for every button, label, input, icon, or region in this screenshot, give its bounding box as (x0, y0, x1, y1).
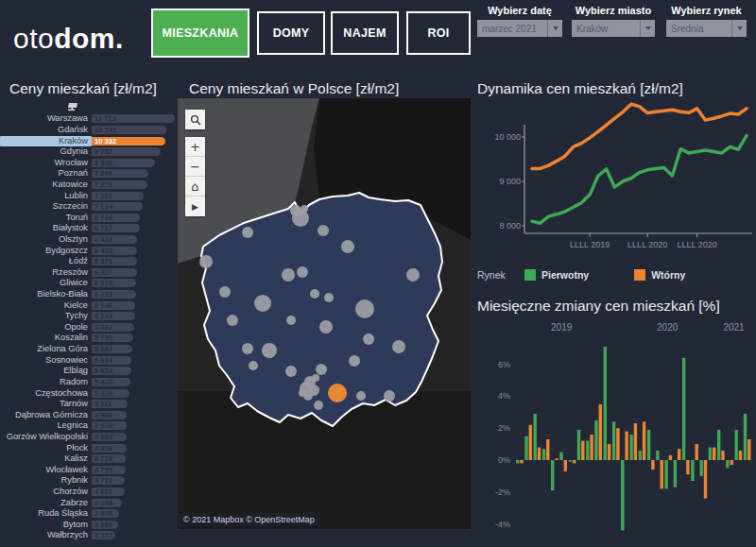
monthly-bar-wtórny[interactable] (529, 425, 532, 460)
city-bubble[interactable] (356, 391, 366, 401)
monthly-bar-wtórny[interactable] (520, 460, 523, 463)
city-bubble[interactable] (324, 293, 334, 302)
market-filter-select[interactable]: Średnia (666, 20, 747, 37)
city-bar[interactable]: 3 337 (92, 531, 115, 539)
bar-row[interactable]: Lublin7 262 (0, 190, 176, 201)
city-bubble[interactable] (290, 205, 301, 216)
bar-row[interactable]: Koszalin5 790 (0, 333, 176, 344)
monthly-bar-wtórny[interactable] (599, 404, 602, 460)
bar-row[interactable]: Rybnik4 712 (0, 475, 176, 487)
city-filter-select[interactable]: Kraków (572, 20, 655, 37)
monthly-bar-wtórny[interactable] (581, 441, 584, 460)
city-bar[interactable]: 4 980 (92, 411, 127, 419)
monthly-bar-wtórny[interactable] (564, 460, 567, 471)
legend-label-pierwotny[interactable]: Pierwotny (541, 269, 589, 281)
monthly-bar-pierwotny[interactable] (717, 430, 720, 460)
city-bar[interactable]: 9 752 (92, 147, 161, 156)
bar-row[interactable]: Ruda Śląska3 898 (0, 508, 176, 520)
city-bar[interactable]: 4 778 (92, 454, 126, 463)
monthly-bar-pierwotny[interactable] (674, 460, 677, 487)
bar-row[interactable]: Tychy6 144 (0, 311, 176, 322)
city-bar[interactable]: 6 222 (92, 290, 136, 299)
city-bubble[interactable] (384, 390, 395, 402)
monthly-bar-pierwotny[interactable] (542, 449, 545, 460)
monthly-bar-pierwotny[interactable] (559, 453, 562, 460)
city-bubble[interactable] (199, 255, 213, 268)
monthly-bar-wtórny[interactable] (721, 451, 724, 460)
monthly-bar-wtórny[interactable] (651, 460, 654, 470)
city-bar[interactable]: 6 371 (92, 257, 137, 265)
monthly-bar-wtórny[interactable] (713, 448, 715, 461)
city-bubble[interactable] (314, 401, 323, 410)
city-bubble[interactable] (392, 340, 405, 353)
monthly-bar-wtórny[interactable] (625, 432, 627, 460)
poland-map[interactable]: + − ⌂ ▶ © 2021 Mapbox © OpenStreetMap (178, 98, 471, 529)
city-bar[interactable]: 5 405 (92, 378, 130, 386)
city-bar[interactable]: 8 946 (92, 159, 155, 167)
city-bar[interactable]: 6 409 (92, 247, 137, 255)
city-bubble[interactable] (299, 389, 306, 397)
city-bubble[interactable] (310, 289, 319, 299)
bar-row[interactable]: Poznań7 996 (0, 168, 176, 179)
city-bubble[interactable] (355, 299, 374, 318)
city-bubble[interactable] (227, 315, 238, 326)
monthly-bar-wtórny[interactable] (538, 448, 541, 461)
series-line-wtórny[interactable] (532, 104, 747, 168)
series-line-pierwotny[interactable] (532, 136, 747, 224)
monthly-bar-wtórny[interactable] (686, 460, 689, 474)
monthly-bar-pierwotny[interactable] (577, 430, 580, 460)
city-bubble[interactable] (242, 227, 253, 238)
city-bubble[interactable] (219, 286, 231, 298)
city-bar[interactable]: 7 124 (92, 202, 143, 211)
monthly-bar-wtórny[interactable] (696, 444, 698, 460)
bar-row[interactable]: Kalisz4 778 (0, 453, 176, 465)
monthly-bar-wtórny[interactable] (661, 460, 663, 488)
bar-row[interactable]: Bydgoszcz6 409 (0, 245, 176, 256)
bar-row[interactable]: Gliwice6 279 (0, 278, 176, 289)
city-bar[interactable]: 3 898 (92, 509, 119, 518)
monthly-bar-wtórny[interactable] (634, 423, 637, 460)
bar-row[interactable]: Kielce6 146 (0, 299, 176, 311)
city-bar[interactable]: 10 541 (92, 126, 166, 134)
monthly-bar-pierwotny[interactable] (551, 460, 554, 490)
city-bubble[interactable] (301, 205, 308, 213)
monthly-bar-pierwotny[interactable] (629, 435, 632, 460)
city-bubble[interactable] (406, 268, 420, 282)
city-bar[interactable]: 5 634 (92, 356, 131, 365)
tab-domy[interactable]: DOMY (257, 11, 325, 55)
bar-row[interactable]: Włocławek4 739 (0, 465, 176, 476)
monthly-bar-pierwotny[interactable] (534, 414, 537, 460)
city-bar[interactable]: 6 279 (92, 279, 136, 287)
monthly-bar-pierwotny[interactable] (726, 460, 729, 468)
city-bubble[interactable] (297, 266, 308, 278)
city-bubble[interactable] (312, 374, 319, 382)
city-bar[interactable]: 4 739 (92, 466, 126, 474)
legend-label-wtorny[interactable]: Wtórny (651, 269, 685, 281)
city-bubble[interactable] (242, 343, 253, 354)
city-bar[interactable]: 5 697 (92, 345, 132, 353)
city-bar[interactable]: 7 996 (92, 169, 148, 178)
monthly-bar-pierwotny[interactable] (604, 347, 607, 460)
city-bubble[interactable] (286, 316, 296, 325)
monthly-bar-wtórny[interactable] (616, 428, 619, 460)
bar-row[interactable]: Łódź6 371 (0, 256, 176, 267)
city-bar[interactable]: 6 146 (92, 301, 135, 310)
monthly-bar-wtórny[interactable] (739, 451, 742, 460)
bar-row[interactable]: Radom5 405 (0, 377, 176, 388)
city-bar[interactable]: 4 920 (92, 421, 127, 430)
city-bubble[interactable] (254, 295, 271, 312)
city-bar[interactable]: 6 788 (92, 214, 140, 222)
city-bubble-selected[interactable] (328, 384, 347, 402)
monthly-bar-pierwotny[interactable] (569, 460, 572, 462)
bar-row[interactable]: Legnica4 920 (0, 420, 176, 432)
monthly-bar-pierwotny[interactable] (524, 436, 527, 460)
legend-swatch-wtorny[interactable] (634, 269, 645, 281)
map-zoom-in-button[interactable]: + (185, 137, 205, 157)
city-bar[interactable]: 6 717 (92, 224, 140, 232)
monthly-bar-pierwotny[interactable] (682, 358, 685, 460)
bar-row[interactable]: Płock4 856 (0, 442, 176, 453)
city-bubble[interactable] (262, 343, 277, 358)
city-bubble[interactable] (341, 240, 354, 253)
bar-row[interactable]: Bielsko-Biała6 222 (0, 289, 176, 300)
chevron-down-icon[interactable] (547, 20, 562, 37)
